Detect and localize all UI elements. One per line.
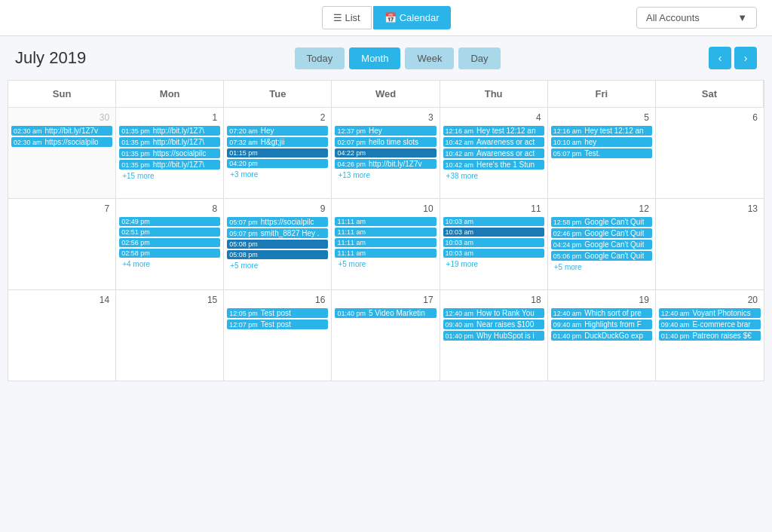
more-events-link[interactable]: +15 more [119, 171, 220, 181]
event[interactable]: 01:35 pmhttp://bit.ly/1Z7\ [119, 126, 220, 136]
event-time: 02:07 pm [337, 139, 366, 146]
list-view-button[interactable]: ☰ List [322, 6, 372, 29]
event[interactable]: 02:49 pm [119, 217, 220, 226]
event[interactable]: 01:15 pm [227, 148, 328, 157]
more-events-link[interactable]: +5 more [227, 261, 328, 271]
event[interactable]: 11:11 am [335, 238, 436, 247]
event[interactable]: 10:03 am [443, 249, 544, 258]
day-cell: 1011:11 am11:11 am11:11 am11:11 am+5 mor… [332, 199, 440, 289]
day-header: Tue [224, 81, 332, 107]
event-text: Highlights from F [584, 320, 642, 329]
event-time: 01:35 pm [121, 161, 150, 169]
event[interactable]: 10:42 amAwareness or act [443, 137, 544, 147]
event-time: 09:40 am [553, 321, 582, 329]
event[interactable]: 11:11 am [335, 217, 436, 226]
event[interactable]: 02:30 amhttps://socialpilo [11, 137, 112, 147]
event[interactable]: 04:26 pmhttp://bit.ly/1Z7v [335, 159, 436, 169]
more-events-link[interactable]: +5 more [551, 262, 652, 272]
event[interactable]: 10:42 amHere's the 1 Stun [443, 160, 544, 170]
event-text: http://bit.ly/1Z7v [369, 160, 422, 168]
event-time: 02:49 pm [121, 218, 150, 225]
event[interactable]: 07:32 amH&gt;jii [227, 137, 328, 147]
event-time: 09:40 am [661, 321, 690, 329]
event[interactable]: 04:20 pm [227, 159, 328, 168]
event[interactable]: 12:40 amWhich sort of pre [551, 308, 652, 318]
event[interactable]: 02:46 pmGoogle Can't Quit [551, 228, 652, 238]
week-button[interactable]: Week [405, 47, 454, 69]
event[interactable]: 02:07 pmhello time slots [335, 137, 436, 147]
event[interactable]: 12:05 pmTest post [227, 308, 328, 318]
event[interactable]: 12:40 amHow to Rank You [443, 308, 544, 318]
event[interactable]: 01:40 pm5 Video Marketin [335, 308, 436, 318]
more-events-link[interactable]: +13 more [335, 170, 436, 180]
calendar-view-button[interactable]: 📅 Calendar [373, 6, 451, 29]
event[interactable]: 05:07 pmTest. [551, 148, 652, 158]
event-time: 10:03 am [446, 228, 474, 236]
event-text: DuckDuckGo exp [584, 332, 643, 340]
event[interactable]: 05:06 pmGoogle Can't Quit [551, 251, 652, 261]
view-controls: Today Month Week Day [295, 47, 501, 69]
more-events-link[interactable]: +19 more [443, 259, 544, 269]
event[interactable]: 10:10 amhey [551, 137, 652, 147]
more-events-link[interactable]: +4 more [119, 259, 220, 269]
event[interactable]: 10:42 amAwareness or act [443, 148, 544, 158]
day-header: Mon [116, 81, 224, 107]
week-row: 14151612:05 pmTest post12:07 pmTest post… [8, 290, 764, 381]
event[interactable]: 05:07 pmhttps://socialpilc [227, 217, 328, 227]
event-time: 09:40 am [446, 321, 474, 329]
event-time: 10:42 am [446, 139, 474, 146]
account-selector[interactable]: All Accounts ▼ [636, 7, 757, 29]
event[interactable]: 12:07 pmTest post [227, 320, 328, 329]
event[interactable]: 01:35 pmhttps://socialpilc [119, 148, 220, 158]
event-time: 01:35 pm [121, 139, 150, 146]
event-time: 01:15 pm [229, 149, 258, 157]
event[interactable]: 01:40 pmWhy HubSpot is i [443, 331, 544, 341]
event[interactable]: 12:40 amVoyant Photonics [659, 308, 761, 318]
event[interactable]: 09:40 amNear raises $100 [443, 320, 544, 329]
event[interactable]: 01:35 pmhttp://bit.ly/1Z7\ [119, 160, 220, 170]
day-button[interactable]: Day [458, 47, 500, 69]
event[interactable]: 01:40 pmPatreon raises $€ [659, 331, 761, 341]
event-time: 11:11 am [337, 218, 366, 225]
day-headers: SunMonTueWedThuFriSat [8, 80, 764, 108]
event-time: 11:11 am [337, 249, 366, 257]
event[interactable]: 05:07 pmsmith_8827 Hey . [227, 228, 328, 238]
event[interactable]: 12:37 pmHey [335, 126, 436, 136]
today-button[interactable]: Today [295, 47, 345, 69]
day-number: 15 [119, 293, 220, 308]
prev-button[interactable]: ‹ [709, 47, 731, 69]
more-events-link[interactable]: +38 more [443, 171, 544, 181]
day-number: 19 [551, 293, 652, 308]
event[interactable]: 10:03 am [443, 228, 544, 237]
event[interactable]: 02:56 pm [119, 238, 220, 247]
event[interactable]: 02:30 amhttp://bit.ly/1Z7v [11, 126, 112, 136]
month-button[interactable]: Month [349, 47, 400, 69]
next-button[interactable]: › [734, 47, 757, 69]
event[interactable]: 09:40 amHighlights from F [551, 320, 652, 329]
calendar-label: Calendar [400, 12, 440, 23]
day-cell: 101:35 pmhttp://bit.ly/1Z7\01:35 pmhttp:… [116, 108, 224, 198]
week-row: 7802:49 pm02:51 pm02:56 pm02:58 pm+4 mor… [8, 199, 764, 290]
event[interactable]: 01:40 pmDuckDuckGo exp [551, 331, 652, 341]
event[interactable]: 02:51 pm [119, 228, 220, 237]
view-toggle: ☰ List 📅 Calendar [322, 6, 451, 29]
event[interactable]: 11:11 am [335, 228, 436, 237]
event[interactable]: 10:03 am [443, 217, 544, 226]
event[interactable]: 04:22 pm [335, 148, 436, 157]
event[interactable]: 07:20 amHey [227, 126, 328, 136]
event[interactable]: 02:58 pm [119, 249, 220, 258]
event[interactable]: 09:40 amE-commerce brar [659, 320, 761, 329]
more-events-link[interactable]: +5 more [335, 259, 436, 269]
event[interactable]: 05:08 pm [227, 240, 328, 249]
event[interactable]: 05:08 pm [227, 250, 328, 259]
event[interactable]: 12:58 pmGoogle Can't Quit [551, 217, 652, 227]
account-label: All Accounts [646, 12, 700, 23]
event-text: Awareness or act [476, 138, 535, 146]
event[interactable]: 10:03 am [443, 238, 544, 247]
event[interactable]: 11:11 am [335, 249, 436, 258]
more-events-link[interactable]: +3 more [227, 170, 328, 179]
event[interactable]: 12:16 amHey test 12:12 an [551, 126, 652, 136]
event[interactable]: 01:35 pmhttp://bit.ly/1Z7\ [119, 137, 220, 147]
event[interactable]: 12:16 amHey test 12:12 an [443, 126, 544, 136]
event[interactable]: 04:24 pmGoogle Can't Quit [551, 240, 652, 249]
